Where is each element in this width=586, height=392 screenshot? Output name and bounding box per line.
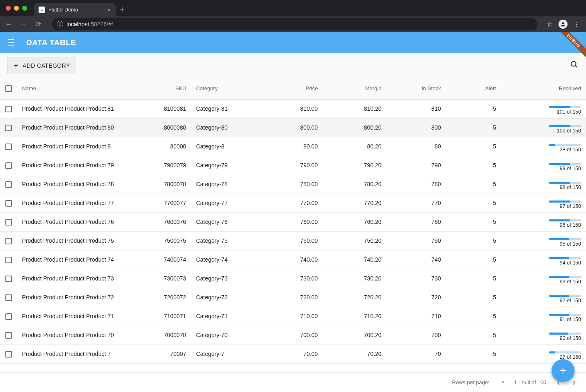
col-header-name[interactable]: Name ↓: [17, 78, 131, 99]
checkbox-icon[interactable]: [5, 106, 12, 112]
row-checkbox-cell[interactable]: [0, 118, 17, 137]
cell-received: 92 of 150: [501, 288, 586, 307]
checkbox-icon[interactable]: [5, 351, 12, 358]
checkbox-icon[interactable]: [5, 238, 12, 244]
checkbox-icon[interactable]: [5, 125, 12, 131]
row-checkbox-cell[interactable]: [0, 137, 17, 156]
checkbox-icon[interactable]: [5, 257, 12, 263]
row-checkbox-cell[interactable]: [0, 156, 17, 175]
checkbox-icon[interactable]: [5, 181, 12, 188]
table-row[interactable]: Product Product Product Product 76760007…: [0, 212, 586, 231]
cell-category: Category-7: [191, 344, 259, 363]
cell-instock: 800: [387, 118, 446, 137]
browser-tab[interactable]: ⬨ Flutter Demo ×: [34, 3, 116, 16]
menu-icon[interactable]: ☰: [7, 38, 15, 48]
col-header-price[interactable]: Price: [259, 78, 323, 99]
cell-instock: 790: [387, 156, 446, 175]
cell-name: Product Product Product Product 72: [17, 288, 131, 307]
kebab-menu-icon[interactable]: ⋮: [573, 20, 580, 29]
forward-icon[interactable]: →: [19, 20, 28, 29]
bookmark-icon[interactable]: ☆: [547, 20, 553, 29]
checkbox-icon[interactable]: [5, 313, 12, 320]
window-close-icon[interactable]: [6, 6, 11, 11]
cell-price: 760.00: [259, 212, 323, 231]
cell-instock: 720: [387, 288, 446, 307]
cell-category: Category-80: [191, 118, 259, 137]
col-header-margin[interactable]: Margin: [323, 78, 386, 99]
row-checkbox-cell[interactable]: [0, 175, 17, 194]
checkbox-icon[interactable]: [5, 332, 12, 339]
url-field[interactable]: i localhost:50226/#/: [52, 18, 538, 30]
progress-bar: [549, 295, 581, 297]
row-checkbox-cell[interactable]: [0, 344, 17, 363]
reload-icon[interactable]: ⟳: [34, 20, 43, 29]
row-checkbox-cell[interactable]: [0, 99, 17, 118]
cell-price: 730.00: [259, 269, 323, 288]
table-row[interactable]: Product Product Product Product 74740007…: [0, 250, 586, 269]
checkbox-icon[interactable]: [5, 200, 12, 207]
table-row[interactable]: Product Product Product Product 78780007…: [0, 175, 586, 194]
received-label: 96 of 150: [560, 222, 581, 228]
search-icon[interactable]: [570, 60, 579, 71]
select-all-header[interactable]: [0, 78, 17, 99]
cell-price: 800.00: [259, 118, 323, 137]
received-label: 93 of 150: [560, 279, 581, 285]
site-info-icon[interactable]: i: [57, 21, 63, 27]
next-page-icon[interactable]: ›: [571, 377, 577, 388]
cell-sku: 7300073: [132, 269, 191, 288]
progress-bar: [549, 163, 581, 165]
table-row[interactable]: Product Product Product Product 71710007…: [0, 307, 586, 326]
row-checkbox-cell[interactable]: [0, 194, 17, 212]
window-maximize-icon[interactable]: [22, 6, 27, 11]
close-tab-icon[interactable]: ×: [108, 7, 111, 13]
col-header-category[interactable]: Category: [191, 78, 259, 99]
cell-received: 94 of 150: [501, 250, 586, 269]
table-container[interactable]: Name ↓ SKU Category Price Margin In Stoc…: [0, 78, 586, 372]
rows-per-page-select[interactable]: ▼: [499, 380, 505, 385]
table-row[interactable]: Product Product Product Product 880008Ca…: [0, 137, 586, 156]
col-header-sku[interactable]: SKU: [132, 78, 191, 99]
col-header-instock[interactable]: In Stock: [387, 78, 446, 99]
new-tab-icon[interactable]: +: [120, 5, 125, 14]
col-header-received[interactable]: Received: [501, 78, 586, 99]
row-checkbox-cell[interactable]: [0, 307, 17, 326]
plus-icon: +: [560, 364, 566, 377]
table-row[interactable]: Product Product Product Product 80800008…: [0, 118, 586, 137]
rows-per-page-label: Rows per page:: [452, 379, 490, 385]
checkbox-icon[interactable]: [5, 276, 12, 282]
cell-received: 100 of 150: [501, 118, 586, 137]
fab-add-button[interactable]: +: [552, 359, 575, 382]
profile-avatar-icon[interactable]: [559, 20, 568, 29]
checkbox-icon[interactable]: [5, 85, 12, 92]
row-checkbox-cell[interactable]: [0, 269, 17, 288]
table-row[interactable]: Product Product Product Product 73730007…: [0, 269, 586, 288]
table-row[interactable]: Product Product Product Product 77770007…: [0, 194, 586, 212]
checkbox-icon[interactable]: [5, 144, 12, 150]
table-row[interactable]: Product Product Product Product 70700007…: [0, 326, 586, 344]
checkbox-icon[interactable]: [5, 219, 12, 226]
row-checkbox-cell[interactable]: [0, 212, 17, 231]
cell-price: 700.00: [259, 326, 323, 344]
row-checkbox-cell[interactable]: [0, 326, 17, 344]
table-row[interactable]: Product Product Product Product 72720007…: [0, 288, 586, 307]
table-row[interactable]: Product Product Product Product 770007Ca…: [0, 344, 586, 363]
row-checkbox-cell[interactable]: [0, 288, 17, 307]
checkbox-icon[interactable]: [5, 162, 12, 169]
col-header-alert[interactable]: Alert: [446, 78, 501, 99]
row-checkbox-cell[interactable]: [0, 231, 17, 250]
plus-icon: +: [14, 62, 18, 70]
table-row[interactable]: Product Product Product Product 75750007…: [0, 231, 586, 250]
cell-alert: 5: [446, 194, 501, 212]
table-row[interactable]: Product Product Product Product 81810008…: [0, 99, 586, 118]
cell-margin: 740.20: [323, 250, 386, 269]
back-icon[interactable]: ←: [4, 20, 13, 29]
table-row[interactable]: Product Product Product Product 79790007…: [0, 156, 586, 175]
cell-margin: 730.20: [323, 269, 386, 288]
cell-margin: 700.20: [323, 326, 386, 344]
window-minimize-icon[interactable]: [14, 6, 19, 11]
cell-alert: 5: [446, 212, 501, 231]
add-category-button[interactable]: + ADD CATEGORY: [7, 57, 76, 74]
row-checkbox-cell[interactable]: [0, 250, 17, 269]
checkbox-icon[interactable]: [5, 294, 12, 301]
cell-margin: 750.20: [323, 231, 386, 250]
